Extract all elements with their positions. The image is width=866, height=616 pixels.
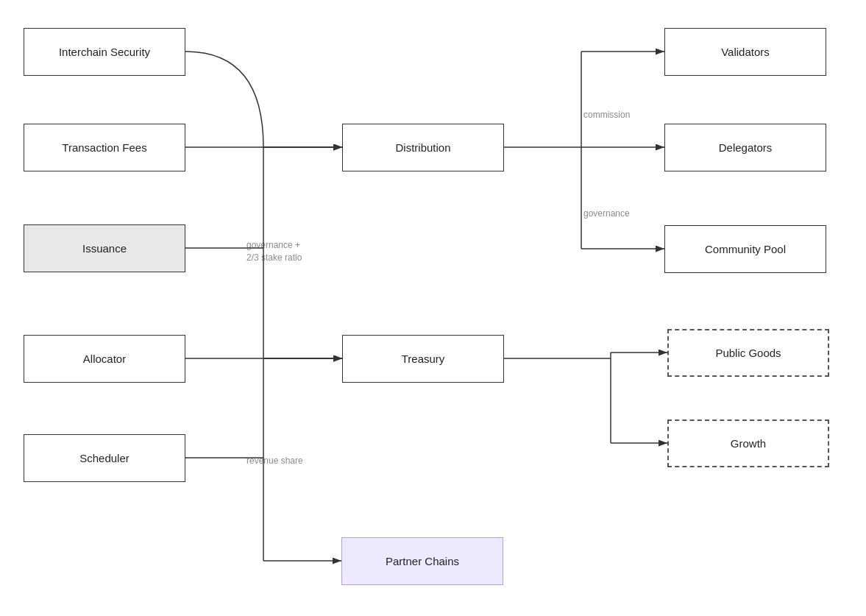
node-scheduler: Scheduler bbox=[24, 434, 185, 482]
node-interchain-security: Interchain Security bbox=[24, 28, 185, 76]
label-revenue-share: revenue share bbox=[246, 455, 303, 467]
label-governance-stake: governance + 2/3 stake ratio bbox=[246, 239, 302, 264]
node-validators: Validators bbox=[664, 28, 826, 76]
node-growth: Growth bbox=[667, 419, 829, 467]
label-governance: governance bbox=[583, 208, 630, 220]
label-commission: commission bbox=[583, 109, 630, 121]
node-allocator: Allocator bbox=[24, 335, 185, 383]
node-delegators: Delegators bbox=[664, 124, 826, 171]
node-treasury: Treasury bbox=[342, 335, 504, 383]
node-partner-chains: Partner Chains bbox=[341, 537, 503, 585]
node-public-goods: Public Goods bbox=[667, 329, 829, 377]
node-distribution: Distribution bbox=[342, 124, 504, 171]
diagram-container: Interchain Security Transaction Fees Iss… bbox=[0, 0, 866, 616]
node-issuance: Issuance bbox=[24, 224, 185, 272]
connections-svg bbox=[0, 0, 866, 616]
node-transaction-fees: Transaction Fees bbox=[24, 124, 185, 171]
node-community-pool: Community Pool bbox=[664, 225, 826, 273]
